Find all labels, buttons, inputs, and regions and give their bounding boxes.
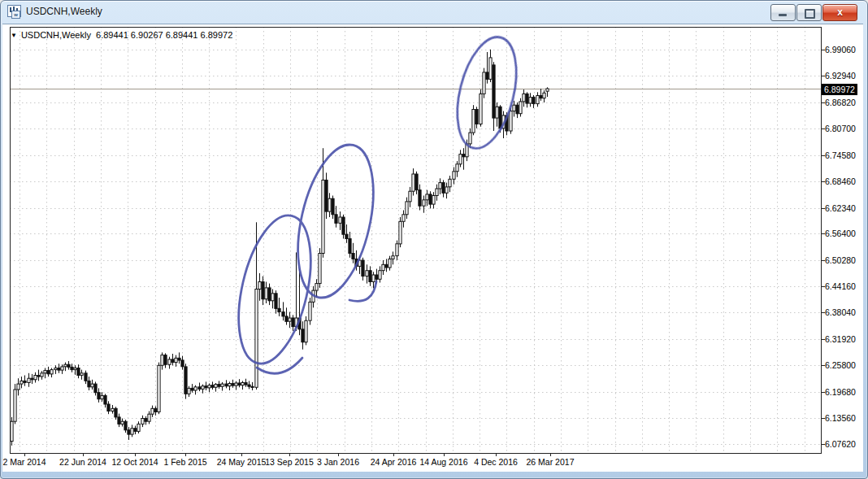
- candle-body: [137, 424, 140, 431]
- candle-body: [445, 187, 448, 193]
- candle-body: [178, 358, 180, 360]
- candle-body: [225, 384, 228, 386]
- candle-body: [456, 164, 458, 172]
- candle-body: [510, 111, 512, 131]
- candle-body: [31, 378, 33, 380]
- candle-body: [218, 385, 220, 387]
- candle-body: [289, 318, 291, 321]
- candle-body: [111, 408, 114, 411]
- candle-body: [148, 414, 150, 421]
- candle-body: [77, 368, 80, 376]
- candle-body: [475, 110, 478, 124]
- candle-body: [523, 94, 525, 102]
- candle-body: [228, 384, 231, 386]
- quote-low: 6.89441: [166, 30, 198, 40]
- candle-body: [194, 387, 197, 390]
- candle-body: [423, 200, 425, 206]
- candle-body: [426, 194, 428, 200]
- candle-body: [241, 383, 244, 385]
- candle-body: [50, 370, 53, 374]
- symbol-dropdown-icon[interactable]: ▼: [11, 32, 17, 39]
- candle-body: [319, 254, 321, 284]
- candle-body: [71, 367, 73, 369]
- candle-body: [268, 288, 271, 301]
- candle-body: [131, 429, 133, 434]
- candle-body: [302, 329, 304, 342]
- candle-body: [232, 384, 234, 386]
- candle-body: [115, 408, 117, 417]
- candle-body: [181, 360, 184, 367]
- candle-body: [54, 368, 57, 370]
- candle-body: [64, 364, 67, 367]
- candle-body: [442, 183, 445, 194]
- candle-body: [134, 429, 137, 432]
- candle-body: [459, 155, 462, 164]
- candle-body: [402, 215, 405, 222]
- candle-body: [251, 386, 254, 387]
- candle-body: [128, 430, 130, 434]
- candle-body: [198, 387, 201, 390]
- candle-body: [472, 110, 475, 133]
- candle-body: [262, 282, 264, 299]
- candle-body: [536, 96, 539, 104]
- candle-body: [17, 384, 20, 390]
- candle-body: [432, 196, 435, 205]
- candle-body: [101, 395, 103, 398]
- candle-body: [37, 376, 40, 377]
- candle-body: [399, 221, 401, 244]
- candle-body: [235, 383, 237, 385]
- candle-body: [245, 383, 247, 385]
- candle-body: [486, 72, 488, 80]
- trend-ellipse-annotation[interactable]: [447, 31, 527, 155]
- candle-body: [379, 271, 381, 280]
- candle-body: [74, 368, 76, 370]
- candle-body: [205, 386, 207, 388]
- candle-body: [161, 355, 163, 366]
- candle-body: [483, 72, 485, 94]
- candle-body: [292, 318, 294, 327]
- candle-body: [480, 94, 482, 124]
- candle-body: [88, 381, 90, 386]
- candle-body: [366, 271, 368, 277]
- candle-body: [188, 388, 190, 394]
- candle-body: [14, 390, 16, 421]
- candle-body: [58, 368, 60, 371]
- candle-body: [271, 294, 274, 301]
- ellipse-pen-tail[interactable]: [257, 358, 302, 373]
- candle-body: [67, 364, 70, 367]
- plot-frame: [11, 28, 826, 457]
- candle-body: [396, 244, 398, 256]
- candle-body: [462, 155, 465, 157]
- candle-body: [345, 234, 348, 238]
- candle-body: [145, 419, 147, 422]
- candle-body: [211, 385, 214, 388]
- candle-body: [375, 275, 378, 279]
- candle-body: [392, 256, 394, 259]
- candle-body: [124, 421, 127, 430]
- candle-body: [104, 395, 106, 404]
- candle-body: [208, 385, 210, 388]
- candle-body: [540, 96, 542, 98]
- candle-body: [513, 105, 515, 111]
- quote-high: 6.90267: [131, 30, 163, 40]
- candle-body: [439, 183, 441, 189]
- candle-body: [285, 316, 288, 321]
- candle-body: [309, 302, 311, 320]
- candle-body: [519, 102, 522, 114]
- candle-body: [151, 408, 154, 414]
- ellipse-pen-tail[interactable]: [349, 281, 376, 301]
- candle-body: [158, 365, 160, 412]
- candle-body: [107, 404, 110, 412]
- candle-body: [184, 367, 187, 394]
- candle-body: [265, 288, 267, 299]
- candle-body: [372, 275, 375, 282]
- candle-body: [382, 264, 384, 270]
- candle-body: [369, 271, 371, 282]
- candle-body: [238, 383, 241, 385]
- candle-body: [529, 98, 532, 103]
- candle-body: [412, 174, 414, 191]
- candle-body: [255, 290, 258, 388]
- candle-body: [516, 105, 519, 114]
- candle-body: [436, 189, 438, 196]
- quote-open: 6.89441: [96, 30, 128, 40]
